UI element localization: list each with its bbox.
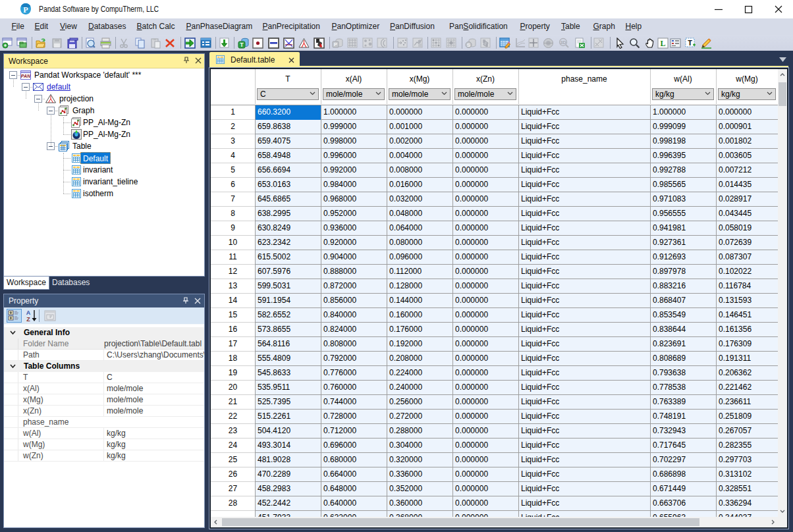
svg-text:P: P — [334, 41, 338, 47]
svg-text:PAN: PAN — [21, 74, 31, 78]
svg-text:T: T — [240, 41, 244, 48]
svg-text:A: A — [26, 309, 31, 316]
svg-text:S: S — [467, 42, 471, 48]
svg-text:T: T — [688, 39, 692, 47]
svg-text:Z: Z — [26, 316, 30, 323]
svg-text:L: L — [660, 39, 665, 48]
svg-text:P: P — [23, 5, 28, 14]
svg-text:3D: 3D — [561, 40, 566, 45]
